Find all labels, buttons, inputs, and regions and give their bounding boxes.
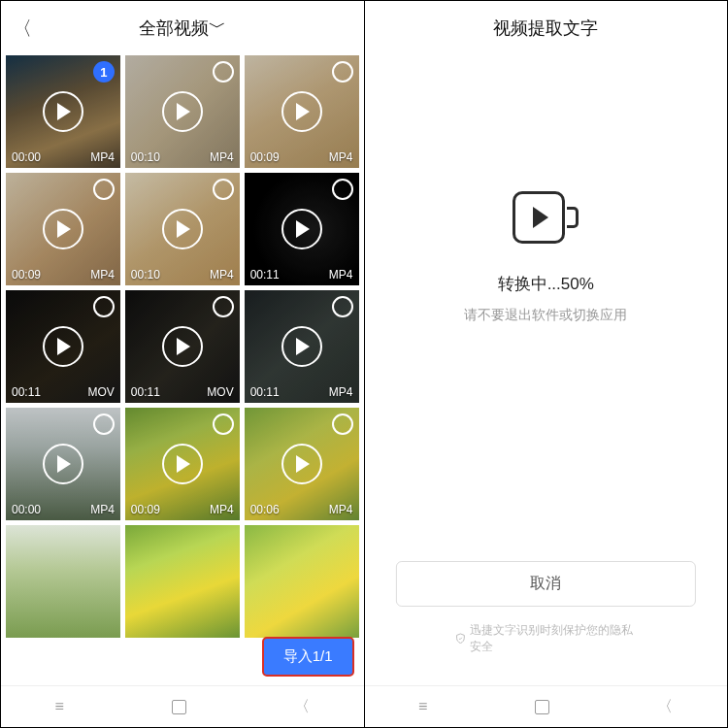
page-title: 视频提取文字 bbox=[365, 1, 728, 55]
select-circle[interactable] bbox=[332, 179, 353, 200]
extract-progress-screen: 视频提取文字 转换中...50% 请不要退出软件或切换应用 取消 迅捷文字识别时… bbox=[365, 1, 728, 727]
nav-home-icon[interactable] bbox=[172, 700, 186, 714]
format: MP4 bbox=[329, 268, 353, 281]
play-icon bbox=[162, 444, 203, 484]
select-circle[interactable] bbox=[332, 296, 353, 317]
play-icon bbox=[162, 326, 203, 367]
video-cell[interactable] bbox=[245, 525, 359, 638]
duration: 00:06 bbox=[250, 503, 280, 516]
system-nav: ≡ 〉 bbox=[365, 685, 728, 727]
video-cell[interactable]: 00:09MP4 bbox=[125, 408, 240, 520]
header: 〈 全部视频﹀ bbox=[1, 1, 364, 55]
video-cell[interactable]: 00:11MOV bbox=[6, 290, 120, 403]
play-icon bbox=[43, 209, 83, 249]
page-title: 全部视频 bbox=[139, 18, 209, 38]
nav-back-icon[interactable]: 〉 bbox=[657, 697, 673, 717]
video-cell[interactable]: 00:09MP4 bbox=[6, 173, 120, 285]
play-icon bbox=[43, 444, 83, 484]
duration: 00:11 bbox=[250, 385, 280, 399]
select-circle[interactable] bbox=[213, 296, 234, 317]
progress-hint: 请不要退出软件或切换应用 bbox=[464, 307, 627, 324]
format: MP4 bbox=[329, 385, 353, 399]
nav-menu-icon[interactable]: ≡ bbox=[418, 698, 427, 715]
duration: 00:09 bbox=[250, 150, 280, 164]
video-cell[interactable]: 00:11MOV bbox=[125, 290, 240, 403]
video-cell[interactable]: 00:10MP4 bbox=[125, 55, 240, 168]
play-icon bbox=[162, 91, 203, 132]
video-cell[interactable]: 00:10MP4 bbox=[125, 173, 240, 285]
system-nav: ≡ 〉 bbox=[1, 685, 364, 727]
select-circle[interactable] bbox=[93, 414, 115, 435]
nav-menu-icon[interactable]: ≡ bbox=[55, 698, 64, 715]
play-icon bbox=[162, 209, 203, 249]
format: MP4 bbox=[210, 503, 234, 516]
video-cell[interactable] bbox=[125, 525, 240, 638]
select-circle[interactable] bbox=[93, 296, 115, 317]
shield-icon bbox=[455, 633, 467, 645]
duration: 00:10 bbox=[131, 268, 160, 281]
duration: 00:00 bbox=[12, 503, 41, 516]
duration: 00:00 bbox=[12, 150, 41, 164]
select-circle[interactable] bbox=[93, 179, 115, 200]
back-icon[interactable]: 〈 bbox=[13, 16, 32, 42]
privacy-note: 迅捷文字识别时刻保护您的隐私安全 bbox=[455, 622, 637, 655]
video-grid: 100:00MP4 00:10MP4 00:09MP4 00:09MP4 00:… bbox=[1, 55, 364, 638]
chevron-down-icon: ﹀ bbox=[209, 16, 226, 39]
video-cell[interactable]: 00:00MP4 bbox=[6, 408, 120, 520]
select-circle[interactable] bbox=[213, 61, 234, 83]
video-cell[interactable]: 00:06MP4 bbox=[245, 408, 359, 520]
format: MOV bbox=[87, 385, 114, 399]
format: MP4 bbox=[210, 268, 234, 281]
video-cell[interactable]: 00:11MP4 bbox=[245, 173, 359, 285]
video-picker-screen: 〈 全部视频﹀ 100:00MP4 00:10MP4 00:09MP4 00:0… bbox=[1, 1, 365, 727]
select-circle[interactable] bbox=[213, 179, 234, 200]
format: MP4 bbox=[329, 150, 353, 164]
select-circle[interactable] bbox=[332, 414, 353, 435]
select-circle[interactable] bbox=[213, 414, 234, 435]
nav-home-icon[interactable] bbox=[535, 700, 549, 714]
duration: 00:10 bbox=[131, 150, 160, 164]
video-icon bbox=[513, 191, 579, 244]
play-icon bbox=[281, 91, 322, 132]
progress-status: 转换中...50% bbox=[498, 273, 594, 295]
duration: 00:11 bbox=[12, 385, 41, 399]
format: MP4 bbox=[90, 503, 115, 516]
format: MP4 bbox=[90, 268, 115, 281]
duration: 00:11 bbox=[250, 268, 280, 281]
duration: 00:11 bbox=[131, 385, 160, 399]
import-button[interactable]: 导入1/1 bbox=[262, 637, 354, 677]
format: MP4 bbox=[90, 150, 115, 164]
select-circle[interactable] bbox=[332, 61, 353, 83]
video-cell[interactable]: 00:09MP4 bbox=[245, 55, 359, 168]
select-badge[interactable]: 1 bbox=[93, 61, 115, 83]
play-icon bbox=[43, 326, 83, 367]
video-cell[interactable]: 100:00MP4 bbox=[6, 55, 120, 168]
title-dropdown[interactable]: 全部视频﹀ bbox=[139, 17, 226, 40]
play-icon bbox=[43, 91, 83, 132]
play-icon bbox=[281, 209, 322, 249]
format: MP4 bbox=[329, 503, 353, 516]
play-icon bbox=[281, 326, 322, 367]
video-cell[interactable] bbox=[6, 525, 120, 638]
play-icon bbox=[281, 444, 322, 484]
nav-back-icon[interactable]: 〉 bbox=[294, 697, 310, 717]
format: MOV bbox=[207, 385, 233, 399]
duration: 00:09 bbox=[131, 503, 160, 516]
cancel-button[interactable]: 取消 bbox=[396, 561, 695, 607]
format: MP4 bbox=[210, 150, 234, 164]
video-cell[interactable]: 00:11MP4 bbox=[245, 290, 359, 403]
duration: 00:09 bbox=[12, 268, 41, 281]
